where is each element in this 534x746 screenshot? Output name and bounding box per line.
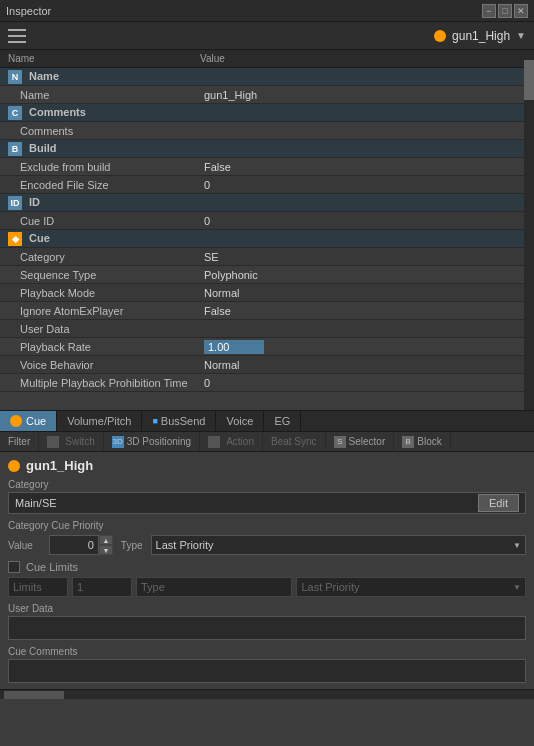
section-cue-label: ◆ Cue xyxy=(0,232,200,246)
subtab-switch[interactable]: Switch xyxy=(39,432,103,451)
tab-cue[interactable]: Cue xyxy=(0,411,57,431)
category-value: Main/SE xyxy=(15,497,57,509)
content-area: gun1_High Category Main/SE Edit Category… xyxy=(0,452,534,689)
bottom-scroll-thumb[interactable] xyxy=(4,691,64,699)
prop-value-ignoreatom: False xyxy=(200,305,534,317)
cue-dot-icon xyxy=(434,30,446,42)
prop-value-multiplay: 0 xyxy=(200,377,534,389)
prop-label-userdata: User Data xyxy=(0,323,200,335)
prop-row-multiplay: Multiple Playback Prohibition Time 0 xyxy=(0,374,534,392)
prop-label-exclude: Exclude from build xyxy=(0,161,200,173)
maximize-button[interactable]: □ xyxy=(498,4,512,18)
category-field: Main/SE Edit xyxy=(8,492,526,514)
cue-dropdown-arrow[interactable]: ▼ xyxy=(516,30,526,41)
tab-voice[interactable]: Voice xyxy=(216,411,264,431)
prop-label-name: Name xyxy=(0,89,200,101)
3d-pos-icon: 3D xyxy=(112,436,124,448)
column-value-header: Value xyxy=(200,53,534,64)
prop-row-voicebehavior: Voice Behavior Normal xyxy=(0,356,534,374)
category-label: Category xyxy=(8,479,526,490)
prop-label-cueid: Cue ID xyxy=(0,215,200,227)
prop-value-category: SE xyxy=(200,251,534,263)
prop-value-playbackrate: 1.00 xyxy=(200,340,534,354)
prop-value-exclude: False xyxy=(200,161,534,173)
prop-value-filesize: 0 xyxy=(200,179,534,191)
value-spinner: ▲ ▼ xyxy=(49,535,113,555)
type-field: Type Last Priority ▼ xyxy=(121,535,526,555)
tab-eg[interactable]: EG xyxy=(264,411,301,431)
content-dot-icon xyxy=(8,460,20,472)
props-scrollbar[interactable] xyxy=(524,50,534,410)
prop-value-cueid: 0 xyxy=(200,215,534,227)
cue-name-label: gun1_High xyxy=(452,29,510,43)
close-button[interactable]: ✕ xyxy=(514,4,528,18)
prop-row-comments: Comments xyxy=(0,122,534,140)
limits-label-input[interactable] xyxy=(8,577,68,597)
props-scrollbar-thumb[interactable] xyxy=(524,60,534,100)
prop-row-ignoreatom: Ignore AtomExPlayer False xyxy=(0,302,534,320)
title-bar: Inspector − □ ✕ xyxy=(0,0,534,22)
subtab-bar: Filter Switch 3D 3D Positioning Action B… xyxy=(0,432,534,452)
minimize-button[interactable]: − xyxy=(482,4,496,18)
prop-row-cueid: Cue ID 0 xyxy=(0,212,534,230)
subtab-selector[interactable]: S Selector xyxy=(326,432,395,451)
category-priority-label: Category Cue Priority xyxy=(8,520,526,531)
tab-volume-pitch[interactable]: Volume/Pitch xyxy=(57,411,142,431)
tab-bar: Cue Volume/Pitch ■ BusSend Voice EG xyxy=(0,410,534,432)
subtab-filter[interactable]: Filter xyxy=(0,432,39,451)
prop-row-category: Category SE xyxy=(0,248,534,266)
user-data-input[interactable] xyxy=(8,616,526,640)
section-id: ID ID xyxy=(0,194,534,212)
bottom-scrollbar[interactable] xyxy=(0,689,534,699)
prop-value-playbackmode: Normal xyxy=(200,287,534,299)
section-name: N Name xyxy=(0,68,534,86)
window-controls: − □ ✕ xyxy=(482,4,528,18)
prop-row-userdata: User Data xyxy=(0,320,534,338)
content-cue-title: gun1_High xyxy=(26,458,93,473)
spin-arrows: ▲ ▼ xyxy=(99,535,113,555)
cue-comments-input[interactable] xyxy=(8,659,526,683)
subtab-beat-sync[interactable]: Beat Sync xyxy=(263,432,326,451)
section-build-label: B Build xyxy=(0,142,200,156)
cue-name-area: gun1_High ▼ xyxy=(434,29,526,43)
prop-row-filesize: Encoded File Size 0 xyxy=(0,176,534,194)
limits-value-input[interactable] xyxy=(72,577,132,597)
prop-label-filesize: Encoded File Size xyxy=(0,179,200,191)
column-name-header: Name xyxy=(0,53,200,64)
cue-title-row: gun1_High xyxy=(8,458,526,473)
limits-type-field: Type xyxy=(136,577,292,597)
spin-up-button[interactable]: ▲ xyxy=(99,535,113,545)
cue-limits-row: Cue Limits xyxy=(8,561,526,573)
prop-value-name: gun1_High xyxy=(200,89,534,101)
prop-row-playbackmode: Playback Mode Normal xyxy=(0,284,534,302)
priority-type-value: Last Priority xyxy=(156,539,214,551)
prop-label-playbackrate: Playback Rate xyxy=(0,341,200,353)
menu-icon[interactable] xyxy=(8,29,26,43)
prop-value-voicebehavior: Normal xyxy=(200,359,534,371)
section-build: B Build xyxy=(0,140,534,158)
subtab-action[interactable]: Action xyxy=(200,432,263,451)
subtab-3d-positioning[interactable]: 3D 3D Positioning xyxy=(104,432,200,451)
type-label: Type xyxy=(121,540,143,551)
category-edit-button[interactable]: Edit xyxy=(478,494,519,512)
name-section-icon: N xyxy=(8,70,22,84)
prop-row-seqtype: Sequence Type Polyphonic xyxy=(0,266,534,284)
prop-row-exclude: Exclude from build False xyxy=(0,158,534,176)
subtab-block[interactable]: B Block xyxy=(394,432,450,451)
priority-type-select[interactable]: Last Priority ▼ xyxy=(151,535,526,555)
cue-limits-label: Cue Limits xyxy=(26,561,78,573)
cue-header: gun1_High ▼ xyxy=(0,22,534,50)
prop-row-playbackrate: Playback Rate 1.00 xyxy=(0,338,534,356)
prop-label-category: Category xyxy=(0,251,200,263)
properties-area: Name Value N Name Name gun1_High C Comme… xyxy=(0,50,534,410)
id-section-icon: ID xyxy=(8,196,22,210)
selector-icon: S xyxy=(334,436,346,448)
spin-down-button[interactable]: ▼ xyxy=(99,545,113,555)
tab-bussend[interactable]: ■ BusSend xyxy=(142,411,216,431)
prop-label-multiplay: Multiple Playback Prohibition Time xyxy=(0,377,200,389)
cue-comments-label: Cue Comments xyxy=(8,646,526,657)
cue-limits-checkbox[interactable] xyxy=(8,561,20,573)
comments-section-icon: C xyxy=(8,106,22,120)
playback-rate-bar: 1.00 xyxy=(204,340,264,354)
priority-value-input[interactable] xyxy=(49,535,99,555)
